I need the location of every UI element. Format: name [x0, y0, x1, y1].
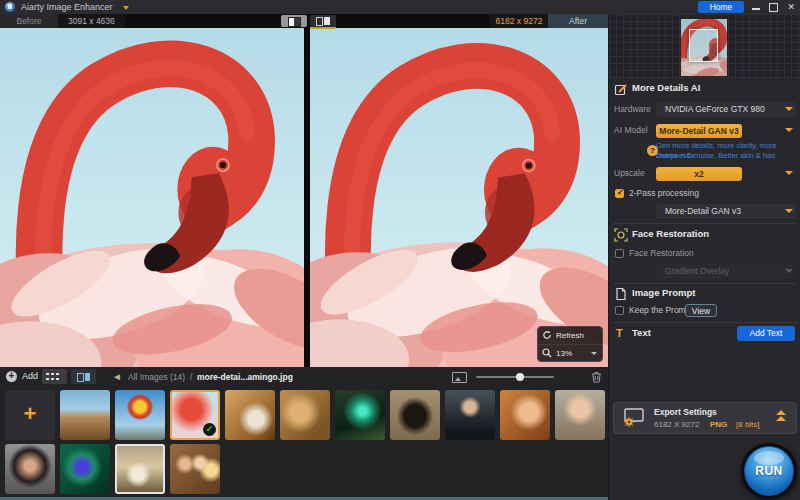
zoom-level-value: 13%	[556, 349, 572, 358]
selected-check-icon: ✓	[203, 423, 216, 436]
run-button-label: RUN	[744, 446, 794, 496]
thumbnail-size-slider[interactable]	[476, 376, 554, 378]
image-list-panel: Add ◄ All Images (14) / more-detai...ami…	[0, 367, 608, 500]
view-prompt-button[interactable]: View	[685, 304, 717, 317]
two-pass-model-dropdown[interactable]: More-Detail GAN v3	[656, 204, 796, 219]
filmstrip-view-button[interactable]	[71, 369, 96, 384]
thumbnail-row-1: +✓	[5, 390, 605, 440]
thumbnail-hot-air-balloon[interactable]	[115, 390, 165, 440]
after-dimensions: 6182 x 9272	[490, 14, 548, 28]
add-text-button[interactable]: Add Text	[737, 326, 795, 341]
image-list-toolbar: Add ◄ All Images (14) / more-detai...ami…	[0, 367, 608, 387]
divider	[613, 322, 797, 323]
ai-model-chevron-icon[interactable]	[785, 128, 793, 132]
export-settings-panel[interactable]: Export Settings 6182 X 9272 PNG [8 bits]	[613, 402, 797, 434]
collapse-export-icon[interactable]	[776, 410, 786, 424]
zoom-level-control[interactable]: 13%	[538, 344, 602, 362]
home-button[interactable]: Home	[698, 1, 744, 13]
thumbnail-mother-and-child[interactable]	[500, 390, 550, 440]
thumbnail-fantasy-forest[interactable]	[335, 390, 385, 440]
zoom-chevron-icon	[591, 352, 597, 355]
hardware-label: Hardware	[614, 102, 651, 117]
image-viewer: Refresh 13%	[0, 28, 608, 367]
app-menu-chevron-icon[interactable]	[123, 6, 129, 10]
keep-prompt-checkbox[interactable]	[615, 306, 624, 315]
side-by-side-icon	[316, 17, 323, 26]
run-button[interactable]: RUN	[741, 443, 797, 499]
refresh-button[interactable]: Refresh	[538, 327, 602, 344]
settings-sidebar: More Details AI Hardware NVIDIA GeForce …	[608, 14, 800, 500]
after-image[interactable]: Refresh 13%	[310, 28, 608, 367]
upscale-value[interactable]: x2	[656, 167, 742, 181]
thumbnail-size-icon	[452, 372, 467, 383]
two-pass-checkbox[interactable]	[615, 189, 624, 198]
add-icon: +	[5, 390, 55, 440]
back-arrow-icon[interactable]: ◄	[112, 371, 122, 382]
export-bit-depth: [8 bits]	[736, 420, 760, 429]
refresh-icon	[542, 330, 552, 340]
grid-view-button[interactable]	[42, 369, 67, 384]
thumbnail-row-2	[5, 444, 605, 494]
maximize-button[interactable]	[769, 3, 778, 12]
thumbnail-flamingo[interactable]: ✓	[170, 390, 220, 440]
divider	[613, 283, 797, 284]
two-pass-label: 2-Pass processing	[629, 188, 699, 199]
after-tab[interactable]: After	[548, 14, 608, 28]
divider	[613, 223, 797, 224]
hardware-dropdown[interactable]: NVIDIA GeForce GTX 980	[656, 102, 796, 117]
split-view-icon	[288, 17, 301, 27]
thumbnail-man-portrait[interactable]	[445, 390, 495, 440]
face-restoration-dropdown[interactable]: Gradient Overlay	[656, 264, 796, 279]
app-title: Aiarty Image Enhancer	[21, 2, 113, 12]
thumbnail-lion-cub[interactable]	[60, 390, 110, 440]
text-tool-icon: T	[616, 326, 623, 340]
before-tab[interactable]: Before	[0, 14, 58, 28]
minimize-button[interactable]	[752, 8, 760, 10]
slider-handle[interactable]	[516, 373, 524, 381]
viewer-header: Before 3091 x 4636 6182 x 9272 After	[0, 14, 608, 28]
app-window: Aiarty Image Enhancer Home ✕ Before 3091…	[0, 0, 800, 500]
add-image-tile[interactable]: +	[5, 390, 55, 440]
refresh-label: Refresh	[556, 331, 584, 340]
magnifier-icon	[542, 348, 552, 358]
navigator-viewport-box[interactable]	[689, 29, 718, 62]
breadcrumb-current-file: more-detai...amingo.jpg	[197, 372, 293, 382]
thumbnail-woman-dark-hair[interactable]	[5, 444, 55, 494]
export-dimensions: 6182 X 9272	[654, 420, 699, 429]
thumbnail-puppies[interactable]	[225, 390, 275, 440]
face-restoration-section-title: Face Restoration	[613, 227, 709, 241]
close-button[interactable]: ✕	[787, 1, 795, 13]
breadcrumb-all-images[interactable]: All Images (14)	[128, 372, 185, 382]
face-restoration-label: Face Restoration	[629, 248, 694, 259]
split-view-button[interactable]	[281, 15, 307, 27]
add-circle-icon[interactable]	[6, 371, 17, 382]
before-image[interactable]	[0, 28, 304, 367]
thumbnail-woman-smiling[interactable]	[555, 390, 605, 440]
app-logo-icon	[5, 2, 15, 12]
ai-model-value[interactable]: More-Detail GAN v3	[656, 124, 742, 138]
face-restoration-icon	[614, 228, 628, 242]
side-by-side-view-button[interactable]	[310, 15, 336, 29]
delete-icon[interactable]	[591, 371, 602, 383]
thumbnail-butterfly[interactable]	[390, 390, 440, 440]
image-prompt-section-title: Image Prompt	[613, 286, 695, 300]
breadcrumb-separator: /	[190, 372, 192, 382]
face-restoration-checkbox[interactable]	[615, 249, 624, 258]
thumbnail-peacock-feather[interactable]	[60, 444, 110, 494]
thumbnail-lion[interactable]	[280, 390, 330, 440]
before-dimensions: 3091 x 4636	[58, 14, 125, 28]
image-prompt-icon	[614, 287, 628, 301]
thumbnail-group-selfie[interactable]	[170, 444, 220, 494]
upscale-label: Upscale	[614, 166, 645, 181]
ai-model-description-line2: Deblur + Denoise. Better skin & hair.	[656, 151, 800, 161]
upscale-chevron-icon[interactable]	[785, 171, 793, 175]
navigator-panel	[609, 14, 800, 78]
add-button[interactable]: Add	[22, 371, 38, 381]
keep-prompt-label: Keep the Prompt	[629, 305, 693, 316]
export-settings-title: Export Settings	[654, 407, 717, 417]
export-format: PNG	[710, 420, 727, 429]
two-pass-chevron-icon[interactable]	[785, 209, 793, 213]
hardware-chevron-icon[interactable]	[785, 107, 793, 111]
export-settings-icon	[622, 408, 646, 428]
thumbnail-wedding-couple[interactable]	[115, 444, 165, 494]
